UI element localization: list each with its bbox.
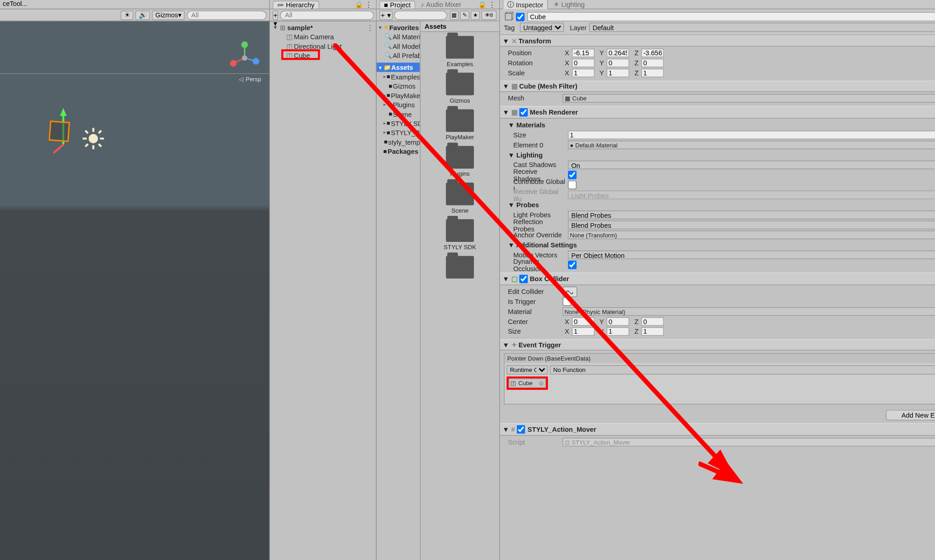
layer-dropdown[interactable]: Default bbox=[589, 23, 935, 32]
transform-header[interactable]: ▼ ⤬ Transform ?⇅⋮ bbox=[500, 35, 935, 47]
project-filter-icon[interactable]: ▦ bbox=[450, 10, 459, 20]
object-picker-icon[interactable]: ⊙ bbox=[539, 380, 544, 387]
favorites-header[interactable]: ▼★Favorites bbox=[377, 23, 420, 32]
motion-vectors-dropdown[interactable]: Per Object Motion bbox=[568, 251, 935, 259]
project-star-icon[interactable]: ★ bbox=[471, 10, 480, 20]
collider-center-y-field[interactable] bbox=[607, 317, 630, 326]
project-create-button[interactable]: + ▾ bbox=[379, 10, 393, 20]
dynamic-occlusion-checkbox[interactable] bbox=[568, 261, 577, 269]
event-trigger-header[interactable]: ▼✦ Event Trigger ?⇅⋮ bbox=[500, 339, 935, 351]
project-save-icon[interactable]: ✎ bbox=[460, 10, 469, 20]
project-folder-item[interactable]: PlayMaker bbox=[420, 105, 499, 142]
position-x-field[interactable] bbox=[572, 49, 595, 58]
project-folder-item[interactable]: Examples bbox=[420, 32, 499, 68]
assets-folder[interactable]: ■Scene bbox=[377, 109, 420, 118]
collider-center-x-field[interactable] bbox=[572, 317, 595, 326]
rotation-z-field[interactable] bbox=[641, 58, 664, 67]
assets-folder[interactable]: ▸■Examples bbox=[377, 72, 420, 81]
hierarchy-row-menu[interactable]: ⋮ bbox=[367, 24, 376, 31]
selected-cube-gizmo[interactable] bbox=[49, 120, 70, 142]
event-target-field[interactable]: ◫ Cube⊙ bbox=[509, 378, 546, 387]
box-collider-header[interactable]: ▼▢ Box Collider ?⇅⋮ bbox=[500, 272, 935, 285]
gameobject-name-field[interactable] bbox=[527, 12, 935, 21]
hierarchy-context-menu[interactable]: ⋮ bbox=[364, 0, 373, 8]
probes-foldout[interactable]: ▼ Probes bbox=[508, 200, 935, 210]
rotation-x-field[interactable] bbox=[572, 58, 595, 67]
is-trigger-checkbox[interactable] bbox=[562, 297, 571, 306]
mesh-filter-header[interactable]: ▼▦ Cube (Mesh Filter) ?⇅⋮ bbox=[500, 81, 935, 92]
directional-light-gizmo[interactable] bbox=[81, 126, 105, 151]
contribute-gi-checkbox[interactable] bbox=[568, 181, 577, 189]
scene-search-input[interactable] bbox=[187, 10, 267, 20]
assets-folder[interactable]: ▸■STYLY_Plu bbox=[377, 128, 420, 137]
project-folder-item[interactable]: STYLY SDK bbox=[420, 215, 499, 252]
mesh-renderer-enabled-checkbox[interactable] bbox=[519, 108, 528, 117]
hierarchy-create-button[interactable]: + ▾ bbox=[273, 10, 278, 20]
project-folder-item[interactable]: Gizmos bbox=[420, 68, 499, 105]
edit-collider-button[interactable]: ᴖᴗ bbox=[562, 286, 577, 297]
hierarchy-search-input[interactable] bbox=[280, 10, 374, 20]
collider-size-x-field[interactable] bbox=[572, 327, 595, 336]
assets-folder[interactable]: ▸■Plugins bbox=[377, 100, 420, 109]
project-lock-icon[interactable]: 🔒 bbox=[477, 0, 487, 8]
mesh-object-field[interactable]: ▦ Cube⊙ bbox=[562, 94, 935, 103]
scale-y-field[interactable] bbox=[607, 68, 630, 77]
anchor-override-field[interactable]: None (Transform)⊙ bbox=[568, 230, 935, 239]
hierarchy-item-main-camera[interactable]: ◫ Main Camera bbox=[270, 32, 376, 41]
styly-action-mover-header[interactable]: ▼# STYLY_Action_Mover ?⇅⋮ bbox=[500, 423, 935, 436]
scene-light-toggle[interactable]: ☀ bbox=[121, 10, 133, 20]
project-folder-item[interactable] bbox=[420, 252, 499, 280]
gizmos-dropdown[interactable]: Gizmos ▾ bbox=[152, 10, 184, 20]
physic-material-field[interactable]: None (Physic Material)⊙ bbox=[562, 307, 935, 316]
lighting-foldout[interactable]: ▼ Lighting bbox=[508, 150, 935, 160]
event-function-dropdown[interactable]: No Function bbox=[550, 365, 935, 374]
mesh-renderer-header[interactable]: ▼▦ Mesh Renderer ?⇅⋮ bbox=[500, 106, 935, 119]
materials-size-field[interactable] bbox=[568, 131, 935, 139]
add-new-event-type-button[interactable]: Add New Event Type bbox=[886, 410, 935, 420]
cast-shadows-dropdown[interactable]: On bbox=[568, 161, 935, 169]
lighting-tab[interactable]: ☀ Lighting bbox=[549, 0, 588, 8]
light-probes-dropdown[interactable]: Blend Probes bbox=[568, 210, 935, 219]
materials-foldout[interactable]: ▼ Materials bbox=[508, 120, 935, 130]
hierarchy-tab[interactable]: ≔ Hierarchy bbox=[273, 0, 319, 9]
hierarchy-item-cube[interactable]: ◫ Cube bbox=[270, 51, 376, 60]
assets-folder[interactable]: ■Gizmos bbox=[377, 81, 420, 90]
collider-size-z-field[interactable] bbox=[641, 327, 664, 336]
styly-action-mover-enabled-checkbox[interactable] bbox=[517, 425, 525, 434]
project-folder-item[interactable]: Scene bbox=[420, 178, 499, 215]
hierarchy-lock-icon[interactable]: 🔒 bbox=[353, 0, 364, 8]
position-y-field[interactable] bbox=[607, 49, 630, 58]
gameobject-active-checkbox[interactable] bbox=[516, 12, 525, 21]
project-tab[interactable]: ■ Project bbox=[379, 0, 415, 9]
additional-settings-foldout[interactable]: ▼ Additional Settings bbox=[508, 240, 935, 250]
element0-object-field[interactable]: ● Default-Material⊙ bbox=[568, 141, 935, 149]
inspector-tab[interactable]: ⓘ Inspector bbox=[503, 0, 548, 9]
event-callstate-dropdown[interactable]: Runtime Only bbox=[507, 365, 548, 374]
collider-size-y-field[interactable] bbox=[607, 327, 630, 336]
scale-z-field[interactable] bbox=[641, 68, 664, 77]
position-z-field[interactable] bbox=[641, 49, 664, 58]
collider-center-z-field[interactable] bbox=[641, 317, 664, 326]
project-hidden-count[interactable]: 👁8 bbox=[481, 10, 497, 20]
assets-folder[interactable]: ▸■STYLY SD bbox=[377, 119, 420, 128]
project-search-input[interactable] bbox=[394, 10, 447, 20]
gameobject-type-icon[interactable] bbox=[504, 12, 513, 21]
packages-header[interactable]: ■Packages bbox=[377, 147, 420, 156]
assets-folder[interactable]: ▸■PlayMaker bbox=[377, 91, 420, 100]
perspective-badge[interactable]: ◁ Persp bbox=[239, 76, 261, 83]
favorites-item[interactable]: 🔍All Prefabs bbox=[377, 51, 420, 60]
hierarchy-item-directional-light[interactable]: ◫ Directional Light bbox=[270, 42, 376, 51]
project-context-menu[interactable]: ⋮ bbox=[487, 0, 496, 8]
favorites-item[interactable]: 🔍All Models bbox=[377, 42, 420, 51]
favorites-item[interactable]: 🔍All Materia bbox=[377, 32, 420, 41]
project-folder-item[interactable]: Plugins bbox=[420, 142, 499, 178]
audio-mixer-tab[interactable]: ♪ Audio Mixer bbox=[417, 0, 465, 8]
hierarchy-scene-row[interactable]: ▼⊞ sample* ⋮ bbox=[270, 23, 376, 32]
scene-axis-gizmo[interactable] bbox=[228, 42, 261, 75]
reflection-probes-dropdown[interactable]: Blend Probes bbox=[568, 220, 935, 229]
box-collider-enabled-checkbox[interactable] bbox=[519, 275, 528, 283]
tag-dropdown[interactable]: Untagged bbox=[520, 23, 564, 32]
receive-shadows-checkbox[interactable] bbox=[568, 171, 577, 179]
scene-view[interactable]: ◁ Persp bbox=[0, 21, 269, 560]
assets-folder[interactable]: ■styly_temp bbox=[377, 137, 420, 147]
